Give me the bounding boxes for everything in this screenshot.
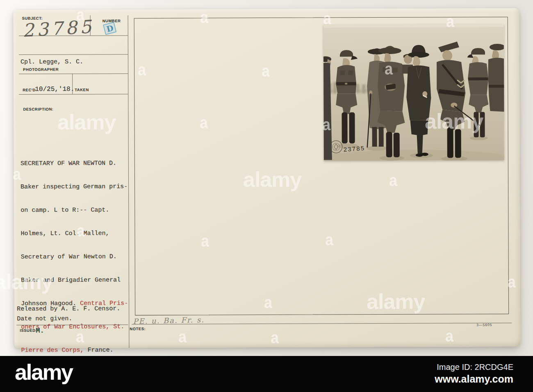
released-line-2: Date not given.	[17, 315, 72, 322]
divider-subject-number	[90, 15, 91, 35]
photograph-art: 23785	[323, 24, 504, 161]
photographer-label: PHOTOGRAPHER	[23, 67, 59, 72]
rule-line	[19, 54, 128, 55]
alamy-url[interactable]: www.alamy.com	[435, 372, 513, 385]
photograph: 23785	[323, 24, 504, 161]
recd-label: REC'D	[23, 88, 36, 92]
subject-number-handwritten: 23785	[22, 16, 95, 41]
description-line: Baker and Brigadier General	[21, 276, 131, 284]
recd-date: 10/25,'18.	[35, 86, 74, 93]
description-line: SECRETARY OF WAR NEWTON D.	[20, 159, 130, 168]
rule-line	[19, 94, 128, 95]
photographer-name: Cpl. Legge, S. C.	[20, 59, 83, 66]
taken-label: TAKEN	[75, 88, 89, 92]
description-line: Pierre des Corps, France.	[21, 346, 131, 354]
print-code: 3—5605	[476, 323, 492, 327]
photo-index-card: SUBJECT: 23785 NUMBER D Cpl. Legge, S. C…	[14, 8, 521, 348]
blue-number-stamp: D	[103, 22, 117, 35]
description-text: SECRETARY OF WAR NEWTON D. Baker inspect…	[20, 144, 131, 370]
footer-info: Image ID: 2RCDG4E www.alamy.com	[435, 362, 513, 385]
description-line: on camp. L to R:-- Capt.	[20, 206, 130, 214]
released-line-1: Released by A. E. F. Censor.	[17, 305, 120, 313]
description-label: DESCRIPTION:	[23, 107, 53, 111]
alamy-footer-bar: alamy Image ID: 2RCDG4E www.alamy.com	[0, 356, 533, 392]
rule-line	[19, 73, 128, 74]
description-line: Secretary of War Newton D.	[21, 253, 131, 261]
issued-value: M.	[36, 327, 44, 335]
alamy-stock-photo-page: SUBJECT: 23785 NUMBER D Cpl. Legge, S. C…	[0, 0, 533, 392]
alamy-logo[interactable]: alamy	[15, 359, 73, 385]
description-line: Baker inspecting German pris-	[20, 183, 130, 191]
image-id: Image ID: 2RCDG4E	[435, 362, 513, 372]
description-line: Holmes, Lt. Col. Mallen,	[20, 229, 130, 238]
notes-label: NOTES:	[130, 326, 146, 331]
issued-label: ISSUED:	[20, 328, 37, 333]
